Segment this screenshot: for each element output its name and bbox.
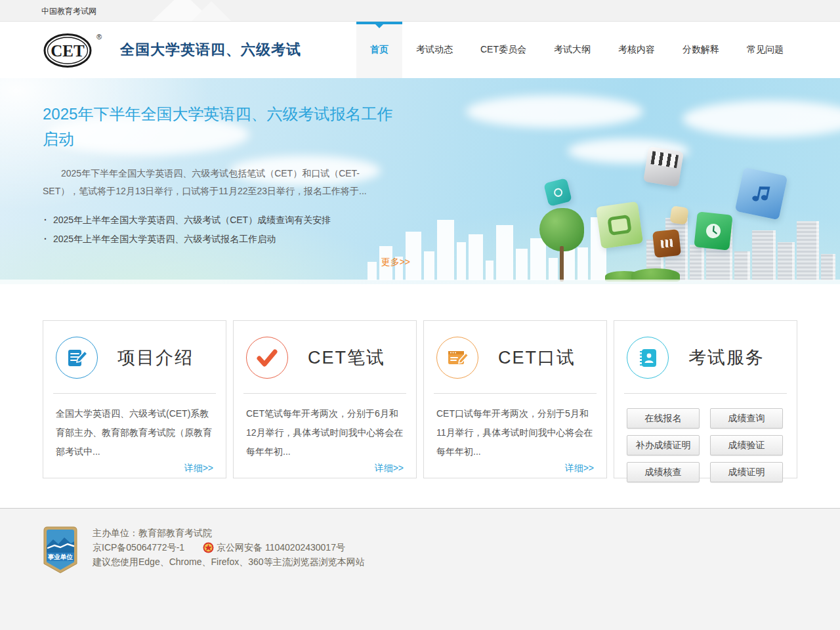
nav-item-score-interpretation[interactable]: 分数解释	[669, 22, 733, 78]
divider	[434, 393, 597, 394]
card-text: CET口试每年开考两次，分别于5月和11月举行，具体考试时间我中心将会在每年年初…	[436, 404, 594, 461]
service-button-grid: 在线报名 成绩查询 补办成绩证明 成绩验证 成绩核查 成绩证明	[627, 404, 784, 482]
score-verification-button[interactable]: 成绩验证	[710, 435, 783, 455]
detail-link[interactable]: 详细>>	[436, 463, 594, 474]
card-text: CET笔试每年开考两次，分别于6月和12月举行，具体考试时间我中心将会在每年年初…	[246, 404, 404, 461]
nav-item-cet-committee[interactable]: CET委员会	[467, 22, 540, 78]
banner-summary: 2025年下半年全国大学英语四、六级考试包括笔试（CET）和口试（CET-SET…	[43, 165, 387, 200]
nav-label: 考试动态	[416, 44, 453, 56]
mountain-watermark	[192, 1, 231, 21]
card-cet-oral-test: CET口试 CET口试每年开考两次，分别于5月和11月举行，具体考试时间我中心将…	[423, 320, 607, 478]
footer: 事业单位 主办单位：教育部教育考试院 京ICP备05064772号-1 京公网安…	[0, 508, 840, 630]
more-link[interactable]: 更多>>	[43, 257, 410, 268]
police-record-link[interactable]: 京公网安备 11040202430017号	[217, 541, 345, 555]
score-query-button[interactable]: 成绩查询	[710, 408, 783, 429]
card-title: CET笔试	[308, 346, 385, 369]
banner-news-list: 2025年上半年全国大学英语四、六级考试（CET）成绩查询有关安排 2025年上…	[43, 211, 397, 249]
card-project-intro: 项目介绍 全国大学英语四、六级考试(CET)系教育部主办、教育部教育考试院（原教…	[43, 320, 226, 478]
icp-record-link[interactable]: 京ICP备05064772号-1	[93, 541, 184, 555]
main-nav: 首页 考试动态 CET委员会 考试大纲 考核内容 分数解释 常见问题	[356, 22, 797, 78]
news-item[interactable]: 2025年上半年全国大学英语四、六级考试（CET）成绩查询有关安排	[43, 211, 397, 230]
browser-pencil-icon	[436, 337, 478, 379]
svg-text:事业单位: 事业单位	[47, 553, 74, 560]
feature-cards-section: 项目介绍 全国大学英语四、六级考试(CET)系教育部主办、教育部教育考试院（原教…	[0, 284, 840, 508]
top-strip: 中国教育考试网	[0, 0, 840, 22]
banner-bottom-strip	[0, 280, 840, 284]
score-certificate-button[interactable]: 成绩证明	[710, 462, 783, 482]
organizer-line: 主办单位：教育部教育考试院	[93, 526, 365, 540]
detail-link[interactable]: 详细>>	[56, 463, 213, 474]
site-name-link[interactable]: 中国教育考试网	[41, 6, 96, 17]
news-item[interactable]: 2025年上半年全国大学英语四、六级考试报名工作启动	[43, 230, 397, 249]
nav-item-home[interactable]: 首页	[356, 22, 402, 78]
building	[797, 221, 819, 280]
building	[821, 254, 835, 280]
header: CET ® 全国大学英语四、六级考试 首页 考试动态 CET委员会 考试大纲 考…	[0, 22, 840, 78]
divider	[53, 393, 216, 394]
cet-logo-icon: CET	[43, 32, 95, 68]
registered-mark: ®	[96, 33, 102, 41]
nav-label: 考核内容	[618, 44, 655, 56]
reissue-score-certificate-button[interactable]: 补办成绩证明	[627, 435, 700, 455]
nav-item-syllabus[interactable]: 考试大纲	[540, 22, 604, 78]
cet-logo[interactable]: CET ®	[43, 32, 102, 68]
banner-headline[interactable]: 2025年下半年全国大学英语四、六级考试报名工作启动	[43, 102, 397, 152]
card-title: CET口试	[498, 346, 576, 369]
online-registration-button[interactable]: 在线报名	[627, 408, 700, 429]
check-icon	[246, 337, 288, 379]
card-title: 项目介绍	[117, 346, 194, 369]
document-pencil-icon	[56, 337, 98, 379]
nav-label: 常见问题	[747, 44, 784, 56]
detail-link[interactable]: 详细>>	[246, 463, 404, 474]
nav-label: CET委员会	[480, 44, 526, 56]
notebook-contact-icon	[627, 337, 669, 379]
nav-label: 分数解释	[682, 44, 719, 56]
card-title: 考试服务	[688, 346, 765, 369]
card-cet-written-test: CET笔试 CET笔试每年开考两次，分别于6月和12月举行，具体考试时间我中心将…	[233, 320, 417, 478]
score-check-button[interactable]: 成绩核查	[627, 462, 700, 482]
nav-item-exam-news[interactable]: 考试动态	[402, 22, 467, 78]
nav-label: 首页	[370, 44, 388, 56]
nav-label: 考试大纲	[554, 44, 591, 56]
browser-tip: 建议您使用Edge、Chrome、Firefox、360等主流浏览器浏览本网站	[93, 555, 365, 569]
svg-text:CET: CET	[51, 42, 85, 60]
nav-item-faq[interactable]: 常见问题	[733, 22, 797, 78]
nav-item-assessment-content[interactable]: 考核内容	[604, 22, 669, 78]
card-exam-services: 考试服务 在线报名 成绩查询 补办成绩证明 成绩验证 成绩核查 成绩证明	[614, 320, 797, 478]
divider	[243, 393, 406, 394]
divider	[624, 393, 787, 394]
public-institution-badge: 事业单位	[43, 526, 78, 576]
site-title: 全国大学英语四、六级考试	[120, 40, 301, 60]
card-text: 全国大学英语四、六级考试(CET)系教育部主办、教育部教育考试院（原教育部考试中…	[56, 404, 213, 461]
police-badge-icon	[203, 542, 214, 553]
hero-banner: 2025年下半年全国大学英语四、六级考试报名工作启动 2025年下半年全国大学英…	[0, 78, 840, 284]
